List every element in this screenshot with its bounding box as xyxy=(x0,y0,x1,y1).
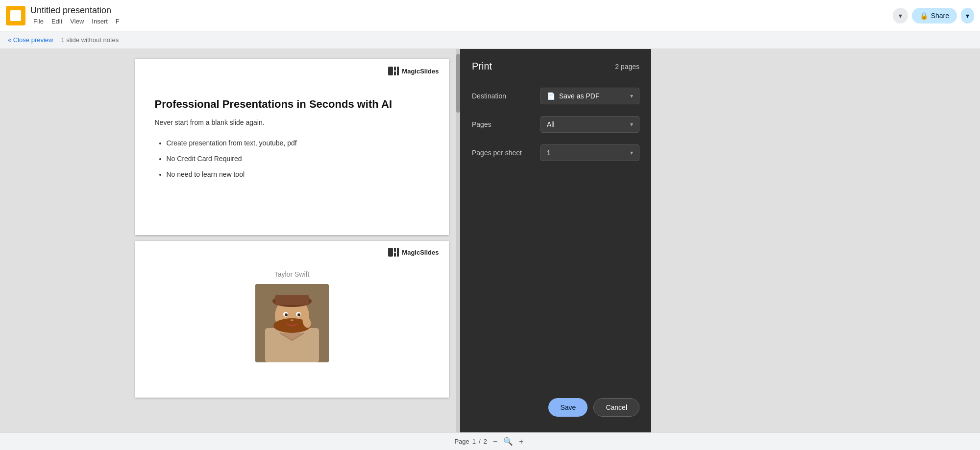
save-button[interactable]: Save xyxy=(548,398,588,417)
zoom-in-button[interactable]: + xyxy=(517,436,525,447)
magic-slides-label-2: MagicSlides xyxy=(402,249,439,256)
pages-value: All xyxy=(547,120,630,128)
slide-2-content: MagicSlides Taylor Swift xyxy=(135,241,449,398)
menu-bar: File Edit View Insert F xyxy=(30,17,122,26)
share-button[interactable]: 🔒 Share xyxy=(912,8,957,24)
left-sidebar xyxy=(0,49,127,432)
svg-point-17 xyxy=(297,313,300,316)
slide-1: MagicSlides Professional Presentations i… xyxy=(135,59,449,235)
svg-rect-4 xyxy=(388,248,393,257)
magic-slides-logo-1: MagicSlides xyxy=(388,67,439,75)
more-options-button[interactable]: ▾ xyxy=(893,8,908,24)
slide-1-bullets: Create presentation from text, youtube, … xyxy=(155,136,429,181)
svg-rect-0 xyxy=(388,67,393,75)
svg-rect-1 xyxy=(394,67,396,71)
menu-more[interactable]: F xyxy=(113,17,122,26)
bullet-2: No Credit Card Required xyxy=(167,152,429,166)
menu-view[interactable]: View xyxy=(67,17,87,26)
menu-edit[interactable]: Edit xyxy=(49,17,65,26)
cancel-button[interactable]: Cancel xyxy=(593,398,639,417)
preview-bar: « Close preview 1 slide without notes xyxy=(0,31,980,49)
pages-chevron-icon: ▾ xyxy=(630,121,633,128)
slide-2-person-name: Taylor Swift xyxy=(274,270,310,278)
scrollbar-thumb xyxy=(456,54,460,113)
page-label: Page xyxy=(454,438,469,445)
share-dropdown-button[interactable]: ▾ xyxy=(961,8,974,24)
pages-select[interactable]: All ▾ xyxy=(540,116,639,133)
menu-insert[interactable]: Insert xyxy=(89,17,111,26)
svg-rect-2 xyxy=(394,71,396,75)
destination-icon: 📄 xyxy=(547,92,555,100)
svg-rect-3 xyxy=(397,67,399,75)
lock-icon: 🔒 xyxy=(920,12,928,20)
pages-row: Pages All ▾ xyxy=(472,116,639,133)
svg-rect-12 xyxy=(275,295,309,305)
destination-chevron-icon: ▾ xyxy=(630,93,633,99)
menu-file[interactable]: File xyxy=(30,17,47,26)
pages-per-sheet-row: Pages per sheet 1 ▾ xyxy=(472,144,639,161)
current-page: 1 xyxy=(472,438,476,445)
slide-2-image xyxy=(255,284,329,362)
slide-2: MagicSlides Taylor Swift xyxy=(135,241,449,398)
destination-select[interactable]: 📄 Save as PDF ▾ xyxy=(540,88,639,104)
close-preview-button[interactable]: « Close preview xyxy=(8,36,53,44)
destination-row: Destination 📄 Save as PDF ▾ xyxy=(472,88,639,104)
magic-slides-icon-1 xyxy=(388,67,399,75)
svg-point-16 xyxy=(285,313,288,316)
slides-area: MagicSlides Professional Presentations i… xyxy=(127,49,456,432)
pages-per-sheet-label: Pages per sheet xyxy=(472,149,540,157)
destination-label: Destination xyxy=(472,92,540,100)
top-bar: Untitled presentation File Edit View Ins… xyxy=(0,0,980,31)
title-area: Untitled presentation File Edit View Ins… xyxy=(30,5,122,26)
slide-1-subtitle: Never start from a blank slide again. xyxy=(155,118,429,126)
bullet-1: Create presentation from text, youtube, … xyxy=(167,136,429,150)
slide-info: 1 slide without notes xyxy=(61,36,119,44)
search-icon: 🔍 xyxy=(503,437,513,446)
bottom-bar: Page 1 / 2 − 🔍 + xyxy=(0,432,980,450)
slides-icon xyxy=(10,10,21,21)
right-area xyxy=(651,49,980,432)
slides-scrollbar[interactable] xyxy=(456,49,460,432)
page-navigation: Page 1 / 2 xyxy=(454,438,487,445)
main-area: MagicSlides Professional Presentations i… xyxy=(0,49,980,432)
print-pages-count: 2 pages xyxy=(615,63,639,71)
print-panel: Print 2 pages Destination 📄 Save as PDF … xyxy=(460,49,651,432)
svg-rect-5 xyxy=(394,248,396,252)
pages-per-sheet-value: 1 xyxy=(547,149,630,157)
print-header: Print 2 pages xyxy=(472,61,639,72)
bullet-3: No need to learn new tool xyxy=(167,167,429,181)
app-icon xyxy=(6,6,25,25)
total-pages: 2 xyxy=(484,438,487,445)
magic-slides-label-1: MagicSlides xyxy=(402,68,439,75)
slide-1-title: Professional Presentations in Seconds wi… xyxy=(155,98,429,111)
svg-rect-6 xyxy=(394,253,396,257)
svg-point-18 xyxy=(291,319,294,321)
print-title: Print xyxy=(472,61,492,72)
slide-1-content: MagicSlides Professional Presentations i… xyxy=(135,59,449,235)
presentation-title: Untitled presentation xyxy=(30,5,122,16)
magic-slides-logo-2: MagicSlides xyxy=(388,248,439,257)
magic-slides-icon-2 xyxy=(388,248,399,257)
svg-rect-7 xyxy=(397,248,399,257)
zoom-out-button[interactable]: − xyxy=(491,436,499,447)
pages-label: Pages xyxy=(472,120,540,128)
destination-value: Save as PDF xyxy=(559,92,630,100)
print-actions: Save Cancel xyxy=(472,398,639,421)
pages-per-sheet-chevron-icon: ▾ xyxy=(630,149,633,156)
page-separator: / xyxy=(479,438,481,445)
top-bar-right: ▾ 🔒 Share ▾ xyxy=(893,8,974,24)
pages-per-sheet-select[interactable]: 1 ▾ xyxy=(540,144,639,161)
